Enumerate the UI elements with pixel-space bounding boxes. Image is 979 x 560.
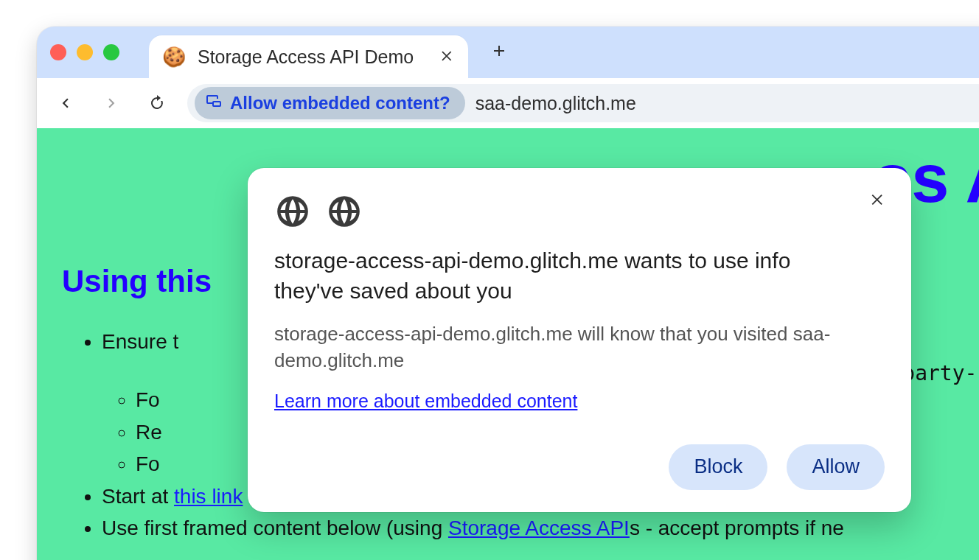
block-button[interactable]: Block <box>669 444 767 490</box>
close-icon[interactable] <box>865 187 891 212</box>
minimize-window-button[interactable] <box>77 44 93 60</box>
tab-favicon-icon: 🍪 <box>162 47 186 66</box>
maximize-window-button[interactable] <box>103 44 119 60</box>
popover-subtitle: storage-access-api-demo.glitch.me will k… <box>274 321 864 374</box>
reload-button[interactable] <box>142 88 173 119</box>
list-item: Use first framed content below (using St… <box>102 512 979 544</box>
tab-strip: 🍪 Storage Access API Demo <box>37 27 979 78</box>
origin-icons <box>274 193 885 230</box>
popover-actions: Block Allow <box>274 444 885 490</box>
toolbar: Allow embedded content? saa-demo.glitch.… <box>37 78 979 128</box>
tab-title: Storage Access API Demo <box>198 46 414 68</box>
allow-button[interactable]: Allow <box>787 444 885 490</box>
close-window-button[interactable] <box>50 44 66 60</box>
this-link[interactable]: this link <box>174 485 243 508</box>
permission-chip-label: Allow embedded content? <box>230 93 450 113</box>
storage-access-api-link[interactable]: Storage Access API <box>448 517 630 539</box>
globe-icon <box>274 193 311 230</box>
close-tab-icon[interactable] <box>440 45 455 69</box>
active-tab[interactable]: 🍪 Storage Access API Demo <box>149 35 468 78</box>
permission-chip[interactable]: Allow embedded content? <box>195 87 465 119</box>
popover-title: storage-access-api-demo.glitch.me wants … <box>274 246 820 306</box>
back-button[interactable] <box>50 88 81 119</box>
forward-button[interactable] <box>96 88 127 119</box>
omnibox[interactable]: Allow embedded content? saa-demo.glitch.… <box>187 84 979 122</box>
new-tab-button[interactable] <box>490 40 508 65</box>
embed-icon <box>205 92 223 114</box>
window-controls <box>50 44 119 60</box>
permission-popover: storage-access-api-demo.glitch.me wants … <box>248 168 911 512</box>
url-text: saa-demo.glitch.me <box>475 93 636 114</box>
globe-icon <box>326 193 363 230</box>
browser-window: 🍪 Storage Access API Demo <box>37 27 979 560</box>
learn-more-link[interactable]: Learn more about embedded content <box>274 391 577 411</box>
